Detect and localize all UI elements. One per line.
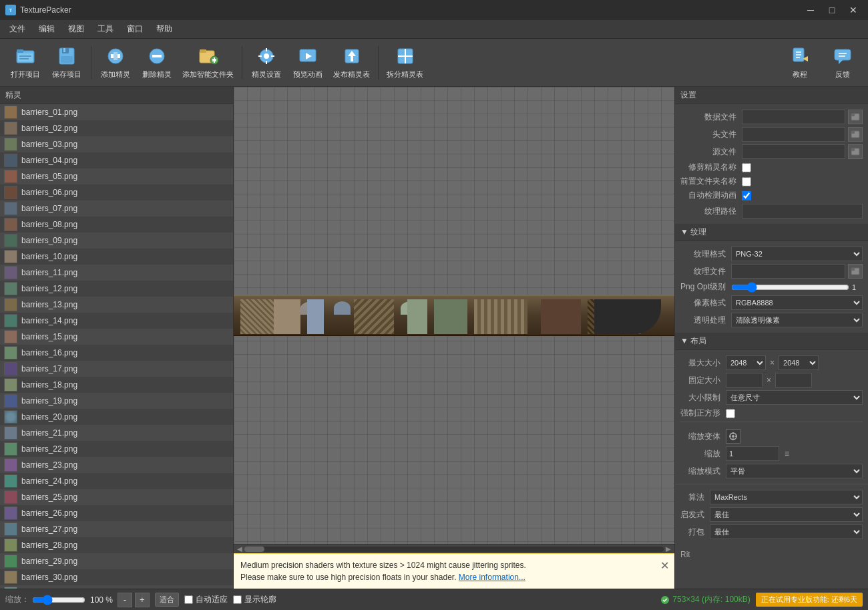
add-smart-folder-button[interactable]: 添加智能文件夹 [178,42,238,84]
sprite-item[interactable]: barriers_23.png [0,457,233,473]
show-outline-checkbox[interactable] [233,595,242,604]
scrollbar-thumb[interactable] [244,547,264,552]
png-opt-slider[interactable] [731,283,849,292]
sprite-item[interactable]: barriers_22.png [0,441,233,457]
split-sheet-button[interactable]: 拆分精灵表 [383,42,427,84]
menu-window[interactable]: 窗口 [120,21,150,37]
pixel-format-select[interactable]: RGBA8888 RGB888 RGBA4444 RGB565 [731,295,863,310]
settings-section-header[interactable]: 设置 [675,87,868,104]
texture-section-header[interactable]: ▼ 纹理 [675,224,868,241]
sprite-item[interactable]: barriers_01.png [0,104,233,120]
transparency-select[interactable]: 清除透明像素 保留透明像素 强制透明 [731,313,863,327]
open-project-button[interactable]: 打开项目 [5,42,45,84]
sprite-item[interactable]: barriers_19.png [0,393,233,409]
sprite-item[interactable]: barriers_29.png [0,553,233,569]
sprite-item[interactable]: barriers_05.png [0,168,233,184]
menu-view[interactable]: 视图 [61,21,91,37]
close-button[interactable]: ✕ [844,3,863,17]
source-file-input[interactable] [742,144,845,159]
source-file-browse[interactable] [848,144,863,159]
force-square-checkbox[interactable] [726,409,735,418]
auto-detect-checkbox[interactable] [742,191,751,200]
horizontal-scrollbar[interactable]: ◀ ▶ [234,544,674,553]
warning-link[interactable]: More information... [459,573,525,582]
scroll-right-button[interactable]: ▶ [664,545,673,554]
sprite-item[interactable]: barriers_18.png [0,377,233,393]
sprite-item[interactable]: barriers_24.png [0,473,233,489]
scale-sprite-settings-button[interactable] [726,429,740,444]
sprite-item[interactable]: barriers_03.png [0,136,233,152]
sprite-item[interactable]: barriers_11.png [0,265,233,281]
layout-section-header[interactable]: ▼ 布局 [675,333,868,350]
sprite-item[interactable]: barriers_02.png [0,120,233,136]
fixed-size-w-input[interactable] [726,373,763,388]
menu-file[interactable]: 文件 [3,21,32,37]
sprite-item[interactable]: barriers_08.png [0,216,233,233]
zoom-plus-button[interactable]: + [135,593,150,607]
sprite-settings-button[interactable]: 精灵设置 [246,42,286,84]
save-project-button[interactable]: 保存项目 [47,42,87,84]
sprite-item[interactable]: barriers_13.png [0,297,233,313]
data-file-browse[interactable] [848,110,863,124]
sprite-item[interactable]: barriers_30.png [0,569,233,585]
header-file-input[interactable] [742,127,845,142]
zoom-slider[interactable] [32,595,85,605]
publish-button[interactable]: 发布精灵表 [329,42,374,84]
zoom-minus-button[interactable]: - [118,593,132,607]
trim-sprite-checkbox[interactable] [742,163,751,172]
sprite-item[interactable]: barriers_20.png [0,409,233,425]
sprite-item[interactable]: barriers_09.png [0,233,233,249]
sprite-item[interactable]: barriers_21.png [0,425,233,441]
menu-edit[interactable]: 编辑 [32,21,61,37]
scrollbar-track[interactable] [244,547,664,552]
warning-close-button[interactable]: ✕ [660,559,669,572]
sprite-item[interactable]: barriers_15.png [0,329,233,345]
canvas-view[interactable] [234,87,674,544]
sprite-item[interactable]: barriers_07.png [0,200,233,216]
sprite-item[interactable]: barriers_06.png [0,184,233,200]
minimize-button[interactable]: ─ [801,3,820,17]
data-file-input[interactable] [742,110,845,124]
texture-file-input[interactable] [731,264,845,279]
sprite-list[interactable]: barriers_01.pngbarriers_02.pngbarriers_0… [0,104,233,589]
prefix-folder-checkbox[interactable] [742,177,751,186]
preview-animation-button[interactable]: 预览动画 [288,42,328,84]
sprite-item[interactable]: barriers_31.png [0,585,233,589]
sprite-item[interactable]: barriers_17.png [0,361,233,377]
sprite-item[interactable]: barriers_04.png [0,152,233,168]
sprite-item[interactable]: barriers_27.png [0,521,233,537]
sprite-item-name: barriers_10.png [21,252,77,261]
feedback-button[interactable]: 反馈 [823,42,863,84]
sprite-item[interactable]: barriers_16.png [0,345,233,361]
add-sprite-button[interactable]: 添加精灵 [95,42,136,84]
sprite-item[interactable]: barriers_26.png [0,505,233,521]
auto-fit-checkbox[interactable] [184,595,193,604]
sprite-item[interactable]: barriers_25.png [0,489,233,505]
sprite-item[interactable]: barriers_14.png [0,313,233,329]
header-file-browse[interactable] [848,127,863,142]
tutorial-button[interactable]: 教程 [780,42,820,84]
texture-format-select[interactable]: PNG-32 PNG-8 JPG BMP [731,247,863,261]
menu-help[interactable]: 帮助 [150,21,179,37]
texture-path-input[interactable] [742,204,863,218]
max-size-h-select[interactable]: 2048 1024 512 256 4096 [779,355,819,370]
texture-file-browse[interactable] [848,264,863,279]
heuristic-select[interactable]: 最佳 BestShortSideFit BestLongSideFit [710,507,863,522]
fixed-size-h-input[interactable] [775,373,812,388]
menu-tools[interactable]: 工具 [91,21,120,37]
sprite-strip [234,295,674,336]
size-limit-select[interactable]: 任意尺寸 2的幂 正方形 [726,390,863,405]
pack-select[interactable]: 最佳 垂直 水平 [710,524,863,539]
fixed-size-control: × [726,373,863,388]
algorithm-select[interactable]: MaxRects Basic Polygon [710,490,863,504]
scale-mode-select[interactable]: 平骨 线性 双三次 [726,464,863,478]
scroll-left-button[interactable]: ◀ [235,545,244,554]
max-size-w-select[interactable]: 2048 1024 512 256 4096 [726,355,766,370]
scale-input[interactable] [726,446,779,461]
sprite-item[interactable]: barriers_10.png [0,249,233,265]
delete-sprite-button[interactable]: 删除精灵 [137,42,177,84]
sprite-item[interactable]: barriers_28.png [0,537,233,553]
maximize-button[interactable]: □ [823,3,841,17]
sprite-item[interactable]: barriers_12.png [0,281,233,297]
fit-button[interactable]: 适合 [155,593,179,607]
